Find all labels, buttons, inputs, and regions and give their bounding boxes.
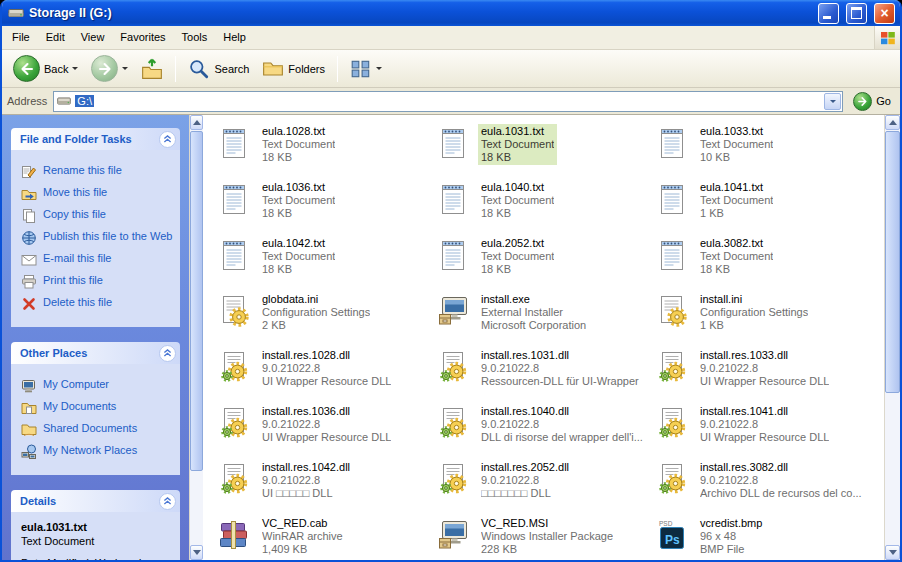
dll-file-icon (654, 404, 690, 442)
minimize-button[interactable] (818, 3, 839, 24)
file-tile[interactable]: install.res.1031.dll9.0.21022.8Ressource… (435, 348, 654, 394)
window-title: Storage II (G:) (29, 6, 811, 20)
file-tile[interactable]: install.res.1041.dll9.0.21022.8UI Wrappe… (654, 404, 873, 450)
views-button[interactable] (345, 56, 387, 82)
file-list-scrollbar[interactable] (884, 115, 900, 560)
file-tile[interactable]: eula.3082.txtText Document18 KB (654, 236, 873, 282)
file-tile[interactable]: install.res.1042.dll9.0.21022.8UI □□□□□ … (216, 460, 435, 506)
winrar-archive-icon (216, 516, 252, 554)
file-type: Text Document (700, 250, 773, 263)
close-button[interactable] (874, 3, 895, 24)
file-type: Text Document (262, 194, 335, 207)
task-email-file[interactable]: E-mail this file (21, 252, 176, 268)
scrollbar-track[interactable] (190, 130, 203, 545)
scrollbar-track[interactable] (885, 130, 900, 545)
task-delete-file[interactable]: Delete this file (21, 296, 176, 312)
file-tile[interactable]: eula.2052.txtText Document18 KB (435, 236, 654, 282)
details-file-type: Text Document (21, 534, 176, 548)
task-move-file[interactable]: Move this file (21, 186, 176, 202)
file-tile[interactable]: eula.1042.txtText Document18 KB (216, 236, 435, 282)
file-tile[interactable]: eula.1028.txtText Document18 KB (216, 124, 435, 170)
file-tile[interactable]: eula.1033.txtText Document10 KB (654, 124, 873, 170)
file-tile[interactable]: eula.1040.txtText Document18 KB (435, 180, 654, 226)
details-header[interactable]: Details (11, 490, 180, 512)
go-button[interactable]: Go (849, 92, 895, 111)
forward-button[interactable] (86, 53, 133, 84)
file-tile[interactable]: install.res.3082.dll9.0.21022.8Archivo D… (654, 460, 873, 506)
forward-dropdown-icon[interactable] (122, 67, 128, 73)
menu-view[interactable]: View (73, 26, 113, 49)
task-print-file[interactable]: Print this file (21, 274, 176, 290)
file-type: Text Document (262, 250, 335, 263)
dll-file-icon (435, 404, 471, 442)
up-button[interactable] (136, 56, 168, 82)
back-dropdown-icon[interactable] (72, 67, 78, 73)
file-tile-selected[interactable]: eula.1031.txtText Document18 KB (435, 124, 654, 170)
file-tile[interactable]: eula.1041.txtText Document1 KB (654, 180, 873, 226)
task-pane-sidebar: File and Folder Tasks Rename this file M… (2, 115, 189, 560)
collapse-button[interactable] (159, 493, 176, 510)
file-name: install.res.1041.dll (700, 405, 829, 418)
file-name: eula.1031.txt (481, 125, 554, 138)
file-tile[interactable]: VC_RED.cabWinRAR archive1,409 KB (216, 516, 435, 560)
link-shared-documents[interactable]: Shared Documents (21, 422, 176, 438)
task-label: Rename this file (43, 164, 122, 177)
collapse-button[interactable] (159, 345, 176, 362)
file-version: 9.0.21022.8 (700, 474, 862, 487)
file-tile[interactable]: install.res.1036.dll9.0.21022.8UI Wrappe… (216, 404, 435, 450)
file-size: 18 KB (700, 263, 773, 276)
task-publish-web[interactable]: Publish this file to the Web (21, 230, 176, 246)
scroll-up-button[interactable] (190, 115, 203, 130)
folders-button[interactable]: Folders (257, 56, 330, 82)
menu-tools[interactable]: Tools (174, 26, 216, 49)
scrollbar-thumb[interactable] (190, 131, 203, 471)
views-dropdown-icon[interactable] (376, 67, 382, 73)
file-tile[interactable]: install.res.1040.dll9.0.21022.8DLL di ri… (435, 404, 654, 450)
link-my-computer[interactable]: My Computer (21, 378, 176, 394)
menu-bar: File Edit View Favorites Tools Help (2, 26, 900, 50)
menu-file[interactable]: File (4, 26, 38, 49)
file-tile[interactable]: install.iniConfiguration Settings1 KB (654, 292, 873, 338)
file-tile[interactable]: install.exeExternal InstallerMicrosoft C… (435, 292, 654, 338)
file-tile[interactable]: install.res.1033.dll9.0.21022.8UI Wrappe… (654, 348, 873, 394)
file-name: eula.1036.txt (262, 181, 335, 194)
text-file-icon (216, 124, 252, 162)
link-network-places[interactable]: My Network Places (21, 444, 176, 460)
print-icon (21, 274, 37, 290)
file-tasks-header[interactable]: File and Folder Tasks (11, 128, 180, 150)
file-dimensions: 96 x 48 (700, 530, 762, 543)
place-label: My Network Places (43, 444, 137, 457)
details-file-name: eula.1031.txt (21, 520, 176, 534)
file-tile[interactable]: install.res.1028.dll9.0.21022.8UI Wrappe… (216, 348, 435, 394)
file-version: 9.0.21022.8 (700, 362, 829, 375)
task-copy-file[interactable]: Copy this file (21, 208, 176, 224)
scroll-down-button[interactable] (190, 545, 203, 560)
collapse-button[interactable] (159, 131, 176, 148)
link-my-documents[interactable]: My Documents (21, 400, 176, 416)
my-documents-icon (21, 400, 37, 416)
scrollbar-thumb[interactable] (885, 131, 900, 393)
file-tile[interactable]: VC_RED.MSIWindows Installer Package228 K… (435, 516, 654, 560)
arrow-up-icon (193, 116, 201, 125)
scroll-down-button[interactable] (885, 545, 900, 560)
file-tile[interactable]: vcredist.bmp96 x 48BMP File (654, 516, 873, 560)
search-button[interactable]: Search (183, 56, 254, 82)
back-button[interactable]: Back (8, 53, 83, 84)
file-tile[interactable]: install.res.2052.dll9.0.21022.8□□□□□□□ D… (435, 460, 654, 506)
file-tile[interactable]: eula.1036.txtText Document18 KB (216, 180, 435, 226)
address-combobox[interactable]: G:\ (53, 91, 843, 112)
chevron-up-icon (163, 349, 172, 357)
file-tile[interactable]: globdata.iniConfiguration Settings2 KB (216, 292, 435, 338)
menu-edit[interactable]: Edit (38, 26, 73, 49)
menu-favorites[interactable]: Favorites (112, 26, 173, 49)
other-places-header[interactable]: Other Places (11, 342, 180, 364)
scroll-up-button[interactable] (885, 115, 900, 130)
menu-help[interactable]: Help (215, 26, 254, 49)
back-label: Back (44, 63, 68, 75)
task-rename-file[interactable]: Rename this file (21, 164, 176, 180)
address-dropdown-button[interactable] (824, 93, 841, 110)
toolbar-separator (175, 56, 176, 82)
dll-file-icon (654, 348, 690, 386)
maximize-button[interactable] (846, 3, 867, 24)
sidebar-scrollbar[interactable] (189, 115, 203, 560)
